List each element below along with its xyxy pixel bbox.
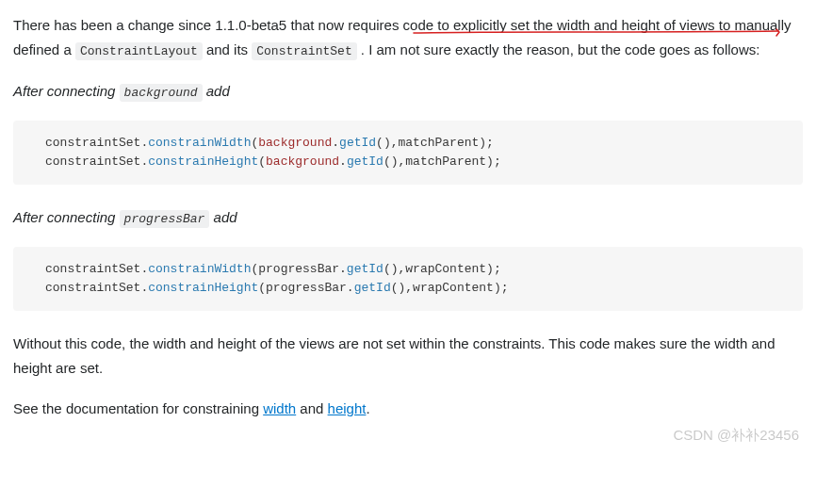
code-token: constraintSet.: [45, 136, 148, 150]
inline-code-background: background: [120, 84, 203, 102]
text: and: [296, 400, 327, 416]
code-token: .: [332, 136, 339, 150]
code-token: (progressBar.: [251, 262, 346, 276]
code-token: constrainWidth: [148, 136, 251, 150]
code-token: (),matchParent);: [384, 154, 501, 169]
text: .: [366, 400, 369, 416]
text: . I am not sure exactly the reason, but …: [361, 41, 760, 57]
code-token: constrainHeight: [148, 154, 258, 169]
code-token: getId: [347, 262, 384, 276]
text: add: [206, 83, 230, 99]
inline-code-constraintlayout: ConstraintLayout: [75, 42, 203, 60]
after-background-label: After connecting background add: [13, 79, 803, 104]
text: After connecting: [13, 83, 120, 99]
code-block-progressbar[interactable]: constraintSet.constrainWidth(progressBar…: [13, 247, 803, 311]
code-token: (),matchParent);: [376, 136, 494, 150]
code-token: constrainHeight: [148, 281, 258, 295]
code-token: (: [258, 154, 266, 169]
code-token: background: [266, 154, 339, 169]
code-token: getId: [354, 281, 391, 295]
inline-code-constraintset: ConstraintSet: [252, 42, 356, 60]
text: See the documentation for constraining: [13, 400, 263, 416]
text: add: [214, 209, 237, 225]
code-block-background[interactable]: constraintSet.constrainWidth(background.…: [13, 121, 803, 185]
code-token: (),wrapContent);: [384, 262, 501, 276]
text: After connecting: [13, 209, 120, 225]
watermark: CSDN @补补23456: [673, 423, 799, 447]
code-token: constraintSet.: [45, 281, 148, 295]
code-token: constraintSet.: [45, 154, 148, 169]
documentation-paragraph: See the documentation for constraining w…: [13, 397, 803, 421]
code-token: (),wrapContent);: [391, 281, 509, 295]
width-link[interactable]: width: [263, 400, 296, 416]
answer-body: There has been a change since 1.1.0-beta…: [0, 0, 816, 457]
code-token: constrainWidth: [148, 262, 251, 276]
code-token: .: [339, 154, 347, 169]
after-progressbar-label: After connecting progressBar add: [13, 205, 803, 230]
code-token: getId: [347, 154, 384, 169]
code-token: background: [258, 136, 332, 150]
explanation-paragraph: Without this code, the width and height …: [13, 332, 803, 380]
code-token: constraintSet.: [45, 262, 148, 276]
inline-code-progressbar: progressBar: [120, 210, 210, 228]
intro-paragraph: There has been a change since 1.1.0-beta…: [13, 13, 803, 62]
code-token: (progressBar.: [258, 281, 353, 295]
height-link[interactable]: height: [328, 400, 367, 416]
text: and its: [206, 41, 252, 57]
code-token: getId: [339, 136, 376, 150]
